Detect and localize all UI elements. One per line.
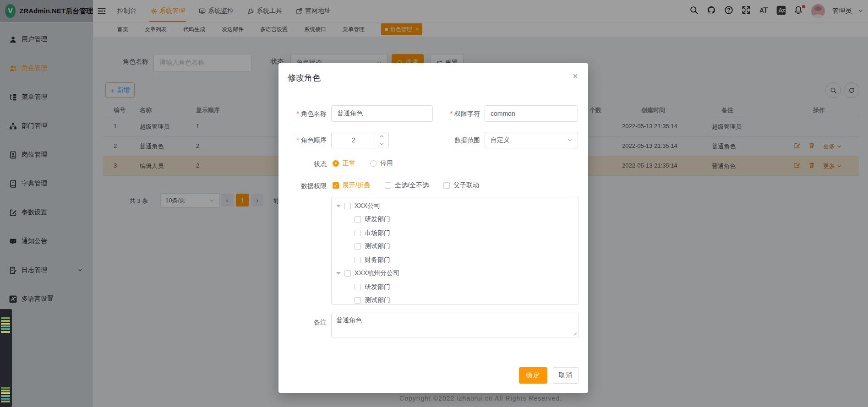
equalizer-stripe [1,326,10,327]
tree-node-label: 市场部门 [365,229,390,237]
tree-checkbox[interactable] [355,297,361,304]
tree-node-child-0-3[interactable]: 财务部门 [332,253,579,266]
tree-checkbox[interactable] [355,216,361,222]
checkbox-label: 全选/全不选 [395,181,429,190]
resize-grip-icon[interactable] [572,331,577,336]
stepper-up-button[interactable] [375,132,388,141]
stepper-down-button[interactable] [375,140,388,148]
required-asterisk: * [297,136,299,144]
caret-down-icon[interactable] [336,272,341,275]
tree-node-label: 研发部门 [365,215,390,223]
required-asterisk: * [297,110,299,117]
radio-label: 停用 [380,159,393,168]
tree-checkbox[interactable] [355,284,361,290]
equalizer-stripe [1,328,10,330]
equalizer-stripe [1,398,10,400]
chevron-down-icon [567,137,573,143]
equalizer-stripe [1,323,10,325]
status-field-label: 状态 [278,160,327,168]
dialog-title: 修改角色 [288,72,321,83]
data-perm-field-label: 数据权限 [278,182,327,190]
confirm-button[interactable]: 确定 [519,367,547,384]
mini-player-widget[interactable] [0,309,12,407]
equalizer-stripe [1,331,10,333]
required-asterisk: * [450,110,453,117]
parent-child-link-checkbox[interactable]: 父子联动 [443,181,479,190]
status-radio-disabled[interactable]: 停用 [370,159,393,168]
data-scope-field-label: 数据范围 [430,136,480,145]
status-radio-normal[interactable]: 正常 [333,159,355,168]
tree-node-parent-0[interactable]: XXX公司 [332,199,579,212]
checkbox-label: 父子联动 [453,181,479,190]
tree-checkbox[interactable] [355,257,361,263]
checkbox-label: 展开/折叠 [343,181,370,190]
radio-dot [333,160,339,167]
dialog-role-name-input[interactable] [331,105,433,122]
tree-node-parent-1[interactable]: XXX杭州分公司 [332,267,579,280]
equalizer-stripe [1,387,10,389]
checkbox-box: ✓ [333,182,339,189]
radio-label: 正常 [343,159,355,168]
tree-node-child-0-2[interactable]: 测试部门 [332,240,579,253]
expand-collapse-checkbox[interactable]: ✓ 展开/折叠 [333,181,370,190]
chevron-down-icon [379,141,384,147]
perm-char-input[interactable] [485,105,578,122]
equalizer-stripe [1,320,10,322]
tree-node-label: 财务部门 [365,256,390,264]
tree-node-label: 测试部门 [365,242,390,250]
tree-node-label: 测试部门 [365,296,390,304]
app-root: V ZRAdmin.NET后台管理 控制台系统管理系统监控系统工具官网地址 管理… [0,0,868,407]
tree-node-child-1-1[interactable]: 测试部门 [332,294,579,305]
tree-node-child-1-0[interactable]: 研发部门 [332,280,579,293]
tree-node-label: XXX公司 [355,202,380,210]
tree-checkbox[interactable] [355,243,361,250]
role-name-field-label: *角色名称 [278,110,327,118]
equalizer-stripe [1,392,10,394]
remark-textarea[interactable]: 普通角色 [331,313,579,337]
cancel-button[interactable]: 取消 [553,367,579,384]
chevron-up-icon [379,134,384,139]
tree-node-label: XXX杭州分公司 [355,269,399,277]
tree-checkbox[interactable] [355,230,361,236]
data-scope-value: 自定义 [491,136,510,144]
tree-checkbox[interactable] [344,270,351,277]
role-order-value: 2 [332,132,376,148]
dept-tree: XXX公司研发部门市场部门测试部门财务部门XXX杭州分公司研发部门测试部门 [331,197,579,305]
tree-checkbox[interactable] [344,203,351,209]
caret-down-icon[interactable] [336,205,341,207]
equalizer-stripe [1,401,10,402]
perm-char-field-label: *权限字符 [430,110,480,118]
tree-node-label: 研发部门 [365,283,390,291]
remark-field-label: 备注 [278,319,327,327]
checkbox-box [385,182,391,189]
role-order-stepper[interactable]: 2 [331,132,389,148]
edit-role-dialog: 修改角色 × *角色名称 *权限字符 *角色顺序 2 数据范围 自定义 状态 [278,63,588,393]
checkbox-box [443,182,450,189]
select-all-checkbox[interactable]: 全选/全不选 [385,181,429,190]
equalizer-stripe [1,317,10,319]
role-order-field-label: *角色顺序 [278,136,327,145]
tree-node-child-0-0[interactable]: 研发部门 [332,213,579,226]
equalizer-stripe [1,395,10,397]
data-scope-select[interactable]: 自定义 [485,132,578,148]
radio-dot [370,160,377,167]
tree-node-child-0-1[interactable]: 市场部门 [332,226,579,239]
close-icon[interactable]: × [573,71,578,81]
equalizer-stripe [1,390,10,391]
